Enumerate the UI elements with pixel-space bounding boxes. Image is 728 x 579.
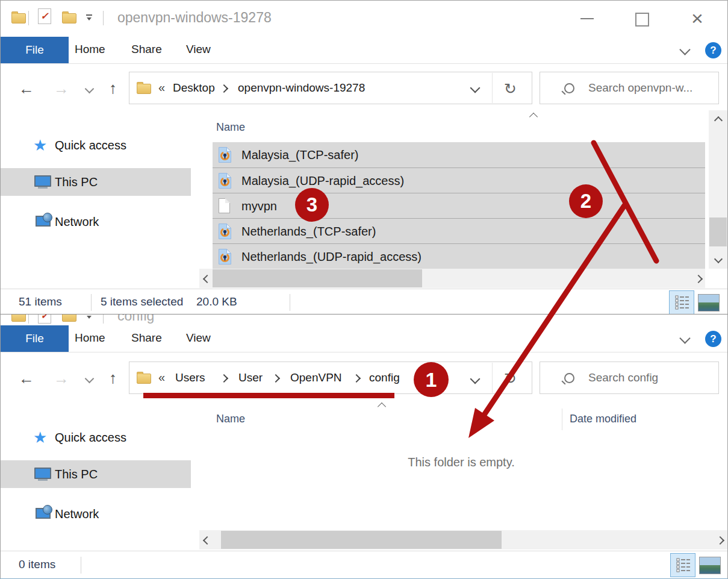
crumb-separator-icon[interactable] <box>272 374 280 383</box>
scroll-right-icon[interactable] <box>694 275 703 283</box>
tab-view[interactable]: View <box>186 36 211 63</box>
sidebar-item-quick-access[interactable]: ★ Quick access <box>1 424 191 451</box>
breadcrumb-overflow-icon[interactable]: « <box>158 72 165 104</box>
status-bar: 51 items 5 items selected 20.0 KB <box>1 289 727 315</box>
scrollbar-thumb[interactable] <box>709 218 727 246</box>
new-folder-icon <box>62 315 76 322</box>
up-icon[interactable]: ↑ <box>109 370 117 386</box>
thumbnail-view-button[interactable] <box>699 557 721 574</box>
network-globe-icon <box>43 213 52 222</box>
breadcrumb-item[interactable]: config <box>369 362 400 393</box>
column-divider[interactable] <box>562 408 562 430</box>
refresh-icon[interactable]: ↻ <box>504 80 517 98</box>
sidebar-item-network[interactable]: Network <box>1 208 191 236</box>
quick-access-star-icon: ★ <box>33 136 47 154</box>
file-row[interactable]: Netherlands_(TCP-safer) <box>213 218 705 243</box>
column-header-date-modified[interactable]: Date modified <box>570 413 636 425</box>
back-icon[interactable]: ← <box>19 81 34 96</box>
column-header-name[interactable]: Name <box>216 413 245 425</box>
breadcrumb-item[interactable]: OpenVPN <box>290 362 342 393</box>
search-box[interactable]: Search config <box>540 361 719 394</box>
horizontal-scrollbar[interactable] <box>199 269 705 288</box>
recent-locations-icon[interactable] <box>85 84 95 94</box>
vertical-scrollbar[interactable] <box>709 110 727 269</box>
help-icon[interactable]: ? <box>705 331 721 347</box>
new-folder-icon[interactable] <box>62 13 76 23</box>
toolbar: ← → ↑ « Users User OpenVPN config ↻ Sear… <box>1 352 727 398</box>
breadcrumb-item[interactable]: Users <box>175 362 205 393</box>
scroll-right-icon[interactable] <box>716 536 724 545</box>
up-icon[interactable]: ↑ <box>109 80 117 96</box>
refresh-icon[interactable]: ↻ <box>504 370 517 387</box>
check-glyph: ✓ <box>40 315 48 321</box>
horizontal-scrollbar[interactable] <box>199 530 727 549</box>
tab-share[interactable]: Share <box>131 36 162 63</box>
tab-view[interactable]: View <box>186 324 211 352</box>
tab-file[interactable]: File <box>1 325 69 352</box>
sidebar-item-this-pc[interactable]: This PC <box>1 460 191 488</box>
sidebar-item-network[interactable]: Network <box>1 500 191 528</box>
address-dropdown-icon[interactable] <box>470 374 481 384</box>
status-separator <box>290 294 290 311</box>
window-title: config <box>117 315 154 324</box>
scroll-down-icon[interactable] <box>714 255 723 263</box>
close-icon[interactable]: × <box>691 8 703 28</box>
ribbon-tab-bar: File Home Share View ? <box>1 324 727 352</box>
search-icon <box>564 83 574 93</box>
address-dropdown-icon[interactable] <box>470 83 481 93</box>
tab-home[interactable]: Home <box>75 324 105 352</box>
explorer-folder-icon <box>11 13 26 23</box>
crumb-separator-icon[interactable] <box>352 374 361 383</box>
back-icon[interactable]: ← <box>19 371 34 386</box>
file-row[interactable]: Malaysia_(TCP-safer) <box>213 142 705 167</box>
tab-share[interactable]: Share <box>131 324 162 352</box>
address-bar[interactable]: « Users User OpenVPN config ↻ <box>129 361 532 394</box>
details-view-button[interactable] <box>670 553 695 577</box>
sidebar-item-quick-access[interactable]: ★ Quick access <box>1 131 191 159</box>
sidebar-item-label: This PC <box>55 168 98 196</box>
scrollbar-thumb[interactable] <box>221 531 502 549</box>
explorer-window-destination: ✓ config File Home Share View ? ← → ↑ « … <box>0 314 728 579</box>
sidebar-item-this-pc[interactable]: This PC <box>1 168 191 196</box>
file-row[interactable]: myvpn <box>213 193 705 218</box>
breadcrumb-item[interactable]: User <box>238 362 263 393</box>
details-view-button[interactable] <box>669 290 694 315</box>
help-icon[interactable]: ? <box>705 42 721 58</box>
breadcrumb-overflow-icon[interactable]: « <box>158 362 165 393</box>
scroll-up-icon[interactable] <box>714 116 723 125</box>
status-item-count: 51 items <box>19 295 62 308</box>
network-globe-icon <box>43 505 52 515</box>
maximize-icon[interactable] <box>635 13 649 27</box>
expand-ribbon-icon[interactable] <box>679 333 690 343</box>
qat-customize-dropdown-icon <box>86 315 93 319</box>
status-separator <box>81 557 81 574</box>
file-row[interactable]: Malaysia_(UDP-rapid_access) <box>213 167 705 193</box>
annotation-badge-2: 2 <box>569 184 603 218</box>
check-glyph: ✓ <box>40 11 48 21</box>
breadcrumb-item[interactable]: openvpn-windows-19278 <box>238 72 365 104</box>
recent-locations-icon[interactable] <box>85 374 95 384</box>
qat-customize-dropdown-icon[interactable] <box>86 14 93 21</box>
scroll-left-icon[interactable] <box>203 275 211 283</box>
crumb-separator-icon[interactable] <box>220 84 228 93</box>
scroll-left-icon[interactable] <box>203 536 211 545</box>
file-row[interactable]: Netherlands_(UDP-rapid_access) <box>213 243 705 269</box>
crumb-separator-icon[interactable] <box>220 374 228 383</box>
search-box[interactable]: Search openvpn-w... <box>540 72 719 104</box>
qat-separator <box>103 11 104 25</box>
minimize-icon[interactable] <box>580 18 594 19</box>
this-pc-icon-stand <box>38 187 48 189</box>
breadcrumb-item[interactable]: Desktop <box>173 72 215 104</box>
scrollbar-thumb[interactable] <box>213 269 422 287</box>
expand-ribbon-icon[interactable] <box>679 44 690 55</box>
tab-home[interactable]: Home <box>75 36 105 63</box>
empty-folder-message: This folder is empty. <box>386 455 537 469</box>
column-header-name[interactable]: Name <box>216 121 245 134</box>
thumbnail-view-button[interactable] <box>698 294 720 311</box>
status-selected-size: 20.0 KB <box>196 295 237 308</box>
properties-check-icon[interactable]: ✓ <box>38 8 51 24</box>
tab-file[interactable]: File <box>1 37 69 63</box>
sidebar-item-label: Quick access <box>55 424 126 451</box>
address-bar[interactable]: « Desktop openvpn-windows-19278 ↻ <box>129 72 532 104</box>
this-pc-icon <box>34 175 51 187</box>
